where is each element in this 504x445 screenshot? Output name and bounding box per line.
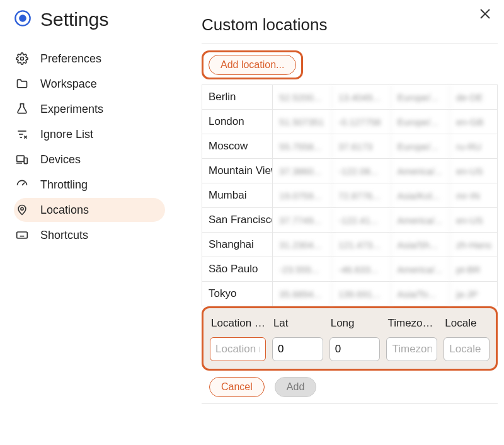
sidebar-item-label: Preferences <box>40 52 101 66</box>
page-title: Custom locations <box>202 15 498 35</box>
folder-icon <box>15 77 29 91</box>
table-row[interactable]: Mountain View37.3860...-122.08...America… <box>202 158 497 183</box>
lng-cell: 121.473... <box>332 233 391 257</box>
sidebar-item-workspace[interactable]: Workspace <box>14 72 165 96</box>
locale-cell: ru-RU <box>450 134 497 158</box>
table-row[interactable]: São Paulo-23.555...-46.633...America/...… <box>202 257 497 281</box>
lat-cell: 37.3860... <box>273 159 332 183</box>
divider <box>202 403 498 404</box>
sidebar: Settings Preferences Workspace Experimen… <box>14 9 165 410</box>
add-location-highlight: Add location... <box>202 50 303 79</box>
locale-cell: mr-IN <box>450 183 497 207</box>
settings-panel: Settings Preferences Workspace Experimen… <box>0 0 504 417</box>
lng-cell: -122.41... <box>332 208 391 232</box>
location-name-cell: Berlin <box>202 85 273 109</box>
sidebar-item-label: Ignore List <box>40 128 93 141</box>
location-name-cell: São Paulo <box>202 257 273 281</box>
tz-cell: America/... <box>391 257 450 281</box>
sidebar-nav: Preferences Workspace Experiments Ignore… <box>14 47 165 247</box>
long-input[interactable] <box>329 337 381 361</box>
keyboard-icon <box>15 228 29 242</box>
locale-cell: de-DE <box>450 85 497 109</box>
sidebar-item-label: Locations <box>40 204 89 217</box>
cancel-button[interactable]: Cancel <box>209 377 265 397</box>
table-row[interactable]: Shanghai31.2304...121.473...Asia/Sh...zh… <box>202 232 497 257</box>
table-row[interactable]: Tokyo35.6894...139.691...Asia/To...ja-JP <box>202 281 497 306</box>
lat-cell: -23.555... <box>273 257 332 281</box>
sidebar-item-label: Shortcuts <box>40 229 88 242</box>
table-row[interactable]: Mumbai19.0759...72.8776...Asia/Kol...mr-… <box>202 183 497 207</box>
locale-cell: ja-JP <box>450 282 497 306</box>
locations-table: Berlin52.5200...13.4049...Europe/...de-D… <box>202 84 498 306</box>
tz-cell: Asia/To... <box>391 282 450 306</box>
lng-cell: 139.691... <box>332 282 391 306</box>
location-name-cell: London <box>202 110 273 134</box>
locale-input[interactable] <box>444 337 490 361</box>
tz-cell: Europe/... <box>391 134 450 158</box>
svg-rect-14 <box>17 232 28 238</box>
sidebar-title: Settings <box>40 9 108 30</box>
lng-cell: -46.633... <box>332 257 391 281</box>
location-pin-icon <box>15 203 29 217</box>
location-name-cell: Shanghai <box>202 233 273 257</box>
form-header-tz: Timezone ID <box>386 315 437 337</box>
svg-line-12 <box>22 183 25 185</box>
lat-cell: 37.7749... <box>273 208 332 232</box>
lng-cell: 13.4049... <box>332 85 391 109</box>
lat-input[interactable] <box>272 337 323 361</box>
sidebar-item-preferences[interactable]: Preferences <box>14 47 165 71</box>
lat-cell: 31.2304... <box>273 233 332 257</box>
table-row[interactable]: London51.507351-0.127758Europe/...en-GB <box>202 109 497 134</box>
gauge-icon <box>15 178 29 192</box>
main-content: Custom locations Add location... Berlin5… <box>165 9 498 410</box>
devtools-logo-icon <box>14 9 32 30</box>
location-name-cell: Tokyo <box>202 282 273 306</box>
form-header-locale: Locale <box>444 315 490 337</box>
locale-cell: en-US <box>450 159 497 183</box>
location-name-cell: Mumbai <box>202 183 273 207</box>
lat-cell: 35.6894... <box>273 282 332 306</box>
devices-icon <box>15 153 29 166</box>
form-input-row <box>210 337 490 361</box>
svg-point-13 <box>21 207 23 210</box>
new-location-form-highlight: Location name Lat Long Timezone ID Local… <box>202 306 498 371</box>
lng-cell: -122.08... <box>332 159 391 183</box>
svg-rect-10 <box>24 158 27 164</box>
sidebar-item-devices[interactable]: Devices <box>14 147 165 171</box>
sidebar-item-label: Experiments <box>40 103 103 116</box>
svg-point-2 <box>21 57 24 61</box>
sidebar-item-locations[interactable]: Locations <box>14 198 165 222</box>
lat-cell: 55.7558... <box>273 134 332 158</box>
form-header-row: Location name Lat Long Timezone ID Local… <box>210 315 490 337</box>
divider <box>202 43 498 44</box>
locale-cell: zh-Hans <box>450 233 497 257</box>
table-row[interactable]: San Francisco37.7749...-122.41...America… <box>202 207 497 232</box>
lat-cell: 52.5200... <box>273 85 332 109</box>
location-name-input[interactable] <box>210 337 266 361</box>
sidebar-item-throttling[interactable]: Throttling <box>14 173 165 197</box>
add-location-button[interactable]: Add location... <box>209 55 296 75</box>
gear-icon <box>15 52 29 66</box>
flask-icon <box>15 102 29 116</box>
lat-cell: 19.0759... <box>273 183 332 207</box>
table-row[interactable]: Moscow55.7558...37.6173Europe/...ru-RU <box>202 134 497 158</box>
locale-cell: en-GB <box>450 110 497 134</box>
sidebar-item-shortcuts[interactable]: Shortcuts <box>14 223 165 247</box>
tz-cell: Europe/... <box>391 85 450 109</box>
locale-cell: en-US <box>450 208 497 232</box>
sidebar-item-experiments[interactable]: Experiments <box>14 97 165 121</box>
form-header-lng: Long <box>329 315 381 337</box>
add-button[interactable]: Add <box>275 377 316 397</box>
timezone-input[interactable] <box>386 337 437 361</box>
sidebar-item-ignore-list[interactable]: Ignore List <box>14 122 165 146</box>
form-header-lat: Lat <box>272 315 323 337</box>
sidebar-item-label: Workspace <box>40 78 97 91</box>
filter-x-icon <box>15 127 29 141</box>
tz-cell: Asia/Sh... <box>391 233 450 257</box>
tz-cell: America/... <box>391 208 450 232</box>
form-header-name: Location name <box>210 315 266 337</box>
tz-cell: America/... <box>391 159 450 183</box>
table-row[interactable]: Berlin52.5200...13.4049...Europe/...de-D… <box>202 84 497 109</box>
close-button[interactable] <box>478 6 493 21</box>
tz-cell: Europe/... <box>391 110 450 134</box>
